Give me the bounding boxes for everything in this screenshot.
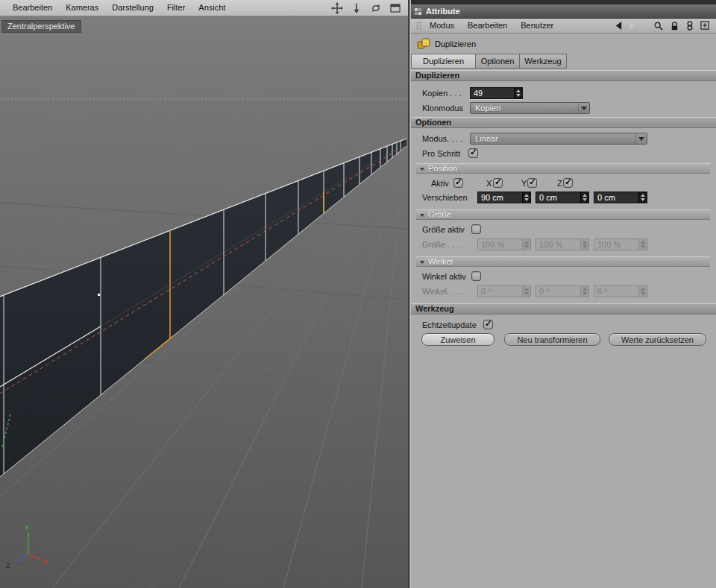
groesse-y-field: 100 % <box>536 238 589 250</box>
pro-schritt-checkbox[interactable] <box>468 148 478 158</box>
x-label: X <box>486 177 492 189</box>
duplizieren-tool-icon <box>417 38 430 50</box>
stepper-up-icon[interactable] <box>641 194 645 197</box>
zuweisen-button[interactable]: Zuweisen <box>421 333 494 346</box>
panel-grid-icon <box>415 8 421 15</box>
echtzeitupdate-label: Echtzeitupdate <box>422 319 477 331</box>
group-title-winkel: Winkel <box>428 257 453 266</box>
verschieben-z-value: 0 cm <box>597 193 615 202</box>
verschieben-z-field[interactable]: 0 cm <box>594 192 647 203</box>
groesse-x-value: 100 % <box>481 240 504 249</box>
section-header-werkzeug[interactable]: Werkzeug <box>411 303 716 314</box>
stepper-up-icon[interactable] <box>524 194 529 197</box>
groesse-label: Größe . . . . <box>422 238 464 250</box>
stepper-down-icon[interactable] <box>582 198 587 201</box>
kopien-stepper[interactable] <box>514 88 522 98</box>
dropdown-arrow-icon[interactable] <box>635 133 647 144</box>
stepper <box>638 239 647 250</box>
section-header-duplizieren[interactable]: Duplizieren <box>411 70 716 81</box>
panel-titlebar: Attribute <box>411 4 716 19</box>
kopien-value: 49 <box>474 89 483 98</box>
groesse-aktiv-label: Größe aktiv <box>422 224 465 235</box>
klonmodus-value: Kopien <box>475 104 500 113</box>
werte-zuruecksetzen-button[interactable]: Werte zurücksetzen <box>609 333 706 346</box>
z-checkbox[interactable] <box>563 178 573 188</box>
winkel-label: Winkel. . . . . <box>422 285 468 297</box>
camera-view-label[interactable]: Zentralperspektive <box>1 20 81 33</box>
stepper[interactable] <box>522 192 530 203</box>
winkel-h-value: 0 ° <box>481 287 492 296</box>
stepper[interactable] <box>580 192 588 203</box>
collapse-triangle-icon <box>420 214 424 217</box>
stepper-up-icon[interactable] <box>516 89 521 92</box>
add-panel-icon[interactable] <box>700 21 710 31</box>
active-tool-name: Duplizieren <box>435 39 476 48</box>
modus-dropdown[interactable]: Linear <box>470 133 647 145</box>
stepper-up-icon[interactable] <box>582 194 587 197</box>
pan-camera-icon[interactable] <box>330 1 343 14</box>
winkel-b-value: 0 ° <box>597 287 608 296</box>
tab-optionen[interactable]: Optionen <box>475 54 520 69</box>
stepper <box>638 286 647 297</box>
panel-menu-bearbeiten[interactable]: Bearbeiten <box>462 19 513 33</box>
attribute-panel: Attribute Modus Bearbeiten Benutzer Dupl… <box>411 0 716 588</box>
panel-menu-benutzer[interactable]: Benutzer <box>515 19 559 33</box>
tab-werkzeug[interactable]: Werkzeug <box>519 54 567 69</box>
menu-kameras[interactable]: Kameras <box>59 0 105 16</box>
klonmodus-label: Klonmodus <box>422 102 463 114</box>
viewport-canvas[interactable]: Y X Z <box>0 16 408 588</box>
menu-bearbeiten[interactable]: Bearbeiten <box>6 0 59 16</box>
link-icon[interactable] <box>685 20 694 31</box>
klonmodus-dropdown[interactable]: Kopien <box>470 102 590 114</box>
verschieben-x-field[interactable]: 90 cm <box>477 192 531 203</box>
winkel-b-field: 0 ° <box>594 285 647 297</box>
lock-icon[interactable] <box>670 21 679 31</box>
pro-schritt-label: Pro Schritt <box>422 148 460 159</box>
history-forward-icon <box>629 21 637 31</box>
rotate-camera-icon[interactable] <box>369 1 382 14</box>
echtzeitupdate-checkbox[interactable] <box>483 320 493 329</box>
modus-value: Linear <box>475 134 498 143</box>
group-header-winkel[interactable]: Winkel <box>416 256 710 267</box>
neu-transformieren-button[interactable]: Neu transformieren <box>504 333 600 346</box>
kopien-field[interactable]: 49 <box>470 87 523 99</box>
stepper-down-icon[interactable] <box>524 198 529 201</box>
groesse-z-value: 100 % <box>597 240 621 249</box>
menu-filter[interactable]: Filter <box>160 0 192 16</box>
axis-x-label: X <box>43 558 48 566</box>
search-icon[interactable] <box>653 21 664 31</box>
collapse-triangle-icon <box>420 261 424 264</box>
stepper-down-icon[interactable] <box>516 94 521 97</box>
group-header-groesse[interactable]: Größe <box>416 209 710 220</box>
stepper <box>522 286 530 297</box>
menu-darstellung[interactable]: Darstellung <box>105 0 160 16</box>
collapse-triangle-icon <box>420 168 424 171</box>
tab-duplizieren[interactable]: Duplizieren <box>411 54 476 69</box>
stepper <box>580 239 588 250</box>
stepper-down-icon[interactable] <box>641 198 645 201</box>
group-title-position: Position <box>428 164 457 173</box>
section-header-optionen[interactable]: Optionen <box>411 117 716 128</box>
dropdown-arrow-icon[interactable] <box>578 103 589 113</box>
toggle-view-icon[interactable] <box>389 1 401 14</box>
axis-z-label: Z <box>6 562 10 569</box>
winkel-p-value: 0 ° <box>539 287 550 296</box>
viewport-area: Bearbeiten Kameras Darstellung Filter An… <box>0 0 408 588</box>
z-label: Z <box>557 177 562 189</box>
group-header-position[interactable]: Position <box>416 163 710 174</box>
groesse-aktiv-checkbox[interactable] <box>471 224 481 234</box>
drag-handle-icon[interactable] <box>415 21 422 31</box>
menu-ansicht[interactable]: Ansicht <box>192 0 232 16</box>
winkel-h-field: 0 ° <box>477 285 531 297</box>
panel-menu-modus[interactable]: Modus <box>424 19 460 33</box>
stepper[interactable] <box>638 192 647 203</box>
group-title-groesse: Größe <box>428 210 451 219</box>
stepper <box>580 286 588 297</box>
history-back-icon[interactable] <box>615 21 623 31</box>
y-checkbox[interactable] <box>527 178 537 188</box>
zoom-camera-icon[interactable] <box>350 1 362 14</box>
position-aktiv-checkbox[interactable] <box>453 178 463 188</box>
winkel-aktiv-checkbox[interactable] <box>471 271 481 281</box>
verschieben-y-field[interactable]: 0 cm <box>536 192 589 203</box>
x-checkbox[interactable] <box>493 178 503 188</box>
